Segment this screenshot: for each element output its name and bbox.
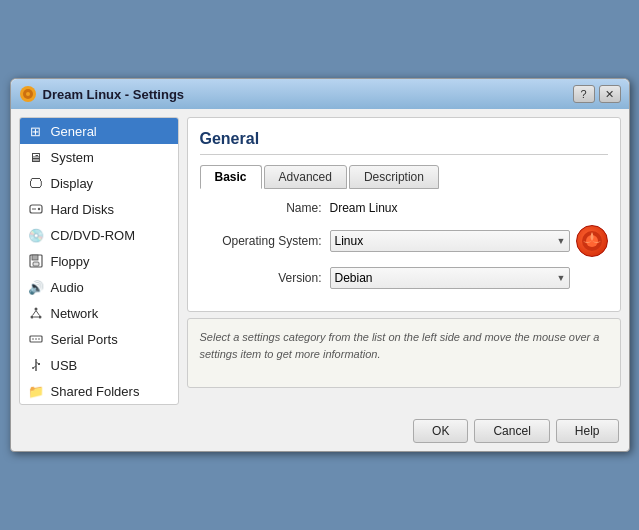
titlebar-left: Dream Linux - Settings (19, 85, 185, 103)
tab-advanced[interactable]: Advanced (264, 165, 347, 189)
svg-point-2 (26, 92, 30, 96)
sidebar-item-display[interactable]: 🖵 Display (20, 170, 178, 196)
name-value: Dream Linux (330, 201, 398, 215)
svg-point-18 (38, 338, 40, 340)
floppy-icon (28, 253, 44, 269)
info-box: Select a settings category from the list… (187, 318, 621, 388)
usb-icon (28, 357, 44, 373)
sidebar-item-floppy[interactable]: Floppy (20, 248, 178, 274)
os-select-wrapper: Linux Windows Other ▼ (330, 225, 608, 257)
main-content: ⊞ General 🖥 System 🖵 Display Hard Disks … (11, 109, 629, 413)
settings-panel: General Basic Advanced Description Name:… (187, 117, 621, 312)
os-row: Operating System: Linux Windows Other ▼ (200, 225, 608, 257)
sidebar-label-network: Network (51, 306, 99, 321)
version-select[interactable]: Debian Ubuntu Fedora Other (330, 267, 570, 289)
tabs-bar: Basic Advanced Description (200, 165, 608, 189)
sidebar-item-network[interactable]: Network (20, 300, 178, 326)
svg-line-12 (32, 311, 36, 316)
app-icon (19, 85, 37, 103)
svg-point-16 (32, 338, 34, 340)
shared-folders-icon: 📁 (28, 383, 44, 399)
titlebar-buttons: ? ✕ (573, 85, 621, 103)
help-button[interactable]: Help (556, 419, 619, 443)
audio-icon: 🔊 (28, 279, 44, 295)
name-row: Name: Dream Linux (200, 201, 608, 215)
window-title: Dream Linux - Settings (43, 87, 185, 102)
svg-point-17 (35, 338, 37, 340)
sidebar-item-shared-folders[interactable]: 📁 Shared Folders (20, 378, 178, 404)
sidebar-label-shared-folders: Shared Folders (51, 384, 140, 399)
sidebar-item-serial-ports[interactable]: Serial Ports (20, 326, 178, 352)
help-title-button[interactable]: ? (573, 85, 595, 103)
svg-line-13 (36, 311, 40, 316)
serial-ports-icon (28, 331, 44, 347)
version-label: Version: (200, 271, 330, 285)
svg-point-4 (37, 208, 39, 210)
sidebar-item-audio[interactable]: 🔊 Audio (20, 274, 178, 300)
sidebar-label-floppy: Floppy (51, 254, 90, 269)
sidebar-item-usb[interactable]: USB (20, 352, 178, 378)
settings-window: Dream Linux - Settings ? ✕ ⊞ General 🖥 S… (10, 78, 630, 452)
info-text: Select a settings category from the list… (200, 329, 608, 362)
general-icon: ⊞ (28, 123, 44, 139)
system-icon: 🖥 (28, 149, 44, 165)
os-label: Operating System: (200, 234, 330, 248)
close-title-button[interactable]: ✕ (599, 85, 621, 103)
sidebar-label-system: System (51, 150, 94, 165)
name-label: Name: (200, 201, 330, 215)
network-icon (28, 305, 44, 321)
sidebar-item-hard-disks[interactable]: Hard Disks (20, 196, 178, 222)
tab-basic[interactable]: Basic (200, 165, 262, 189)
sidebar-label-general: General (51, 124, 97, 139)
svg-rect-7 (32, 255, 38, 260)
svg-point-9 (34, 308, 37, 311)
svg-point-10 (30, 316, 33, 319)
sidebar-label-display: Display (51, 176, 94, 191)
titlebar: Dream Linux - Settings ? ✕ (11, 79, 629, 109)
version-row: Version: Debian Ubuntu Fedora Other ▼ (200, 267, 608, 289)
cancel-button[interactable]: Cancel (474, 419, 549, 443)
ok-button[interactable]: OK (413, 419, 468, 443)
sidebar-item-system[interactable]: 🖥 System (20, 144, 178, 170)
display-icon: 🖵 (28, 175, 44, 191)
cddvd-icon: 💿 (28, 227, 44, 243)
bottom-bar: OK Cancel Help (11, 413, 629, 451)
os-select[interactable]: Linux Windows Other (330, 230, 570, 252)
os-select-container: Linux Windows Other ▼ (330, 230, 570, 252)
svg-rect-23 (38, 363, 40, 365)
sidebar-label-audio: Audio (51, 280, 84, 295)
sidebar-item-cddvd[interactable]: 💿 CD/DVD-ROM (20, 222, 178, 248)
version-select-container: Debian Ubuntu Fedora Other ▼ (330, 267, 570, 289)
sidebar-label-serial-ports: Serial Ports (51, 332, 118, 347)
svg-rect-8 (33, 262, 39, 266)
svg-point-11 (38, 316, 41, 319)
svg-point-22 (32, 367, 34, 369)
sidebar-item-general[interactable]: ⊞ General (20, 118, 178, 144)
os-logo-icon (576, 225, 608, 257)
right-panel: General Basic Advanced Description Name:… (187, 117, 621, 405)
tab-description[interactable]: Description (349, 165, 439, 189)
hard-disks-icon (28, 201, 44, 217)
panel-title: General (200, 130, 608, 155)
sidebar-label-hard-disks: Hard Disks (51, 202, 115, 217)
sidebar: ⊞ General 🖥 System 🖵 Display Hard Disks … (19, 117, 179, 405)
sidebar-label-cddvd: CD/DVD-ROM (51, 228, 136, 243)
sidebar-label-usb: USB (51, 358, 78, 373)
